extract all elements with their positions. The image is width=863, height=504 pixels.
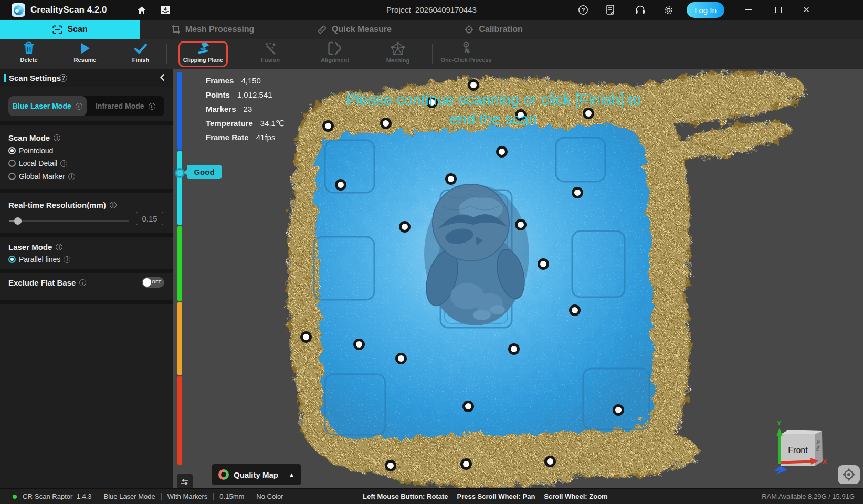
alignment-button[interactable]: Alignment bbox=[308, 41, 362, 63]
tab-scan[interactable]: Scan bbox=[0, 20, 140, 39]
section-divider bbox=[0, 300, 173, 304]
mouse-hints: Left Mouse Button: Rotate Press Scroll W… bbox=[363, 492, 608, 500]
slider-handle[interactable] bbox=[14, 217, 22, 225]
exclude-flat-base-toggle[interactable]: OFF bbox=[142, 277, 164, 288]
quality-bar-segment bbox=[177, 302, 182, 375]
support-headset-icon[interactable] bbox=[634, 4, 646, 16]
radio-parallel-lines[interactable]: Parallel lines i bbox=[8, 255, 70, 264]
resolution-value-field[interactable]: 0.15 bbox=[136, 212, 163, 225]
scan-marker bbox=[510, 345, 519, 354]
radio-icon bbox=[8, 160, 16, 167]
one-click-process-button[interactable]: One-Click Process bbox=[439, 41, 493, 63]
laser-mode-label: Laser Modei bbox=[8, 243, 62, 251]
pointcloud-label: Pointcloud bbox=[19, 146, 53, 155]
stat-framerate: Frame Rate41fps bbox=[206, 130, 285, 144]
info-icon[interactable]: i bbox=[76, 103, 82, 110]
delete-button[interactable]: Delete bbox=[2, 41, 56, 63]
project-title: Project_20260409170443 bbox=[0, 5, 863, 14]
panel-collapse-icon[interactable] bbox=[160, 74, 165, 83]
scan-marker bbox=[462, 460, 471, 469]
info-icon[interactable]: i bbox=[68, 173, 75, 180]
tab-mesh-processing[interactable]: Mesh Processing bbox=[157, 20, 268, 39]
scan-marker bbox=[324, 122, 333, 131]
toolbar-separator bbox=[166, 44, 167, 64]
window-minimize-button[interactable] bbox=[745, 9, 752, 10]
toggle-knob bbox=[143, 278, 151, 287]
gizmo-front-label: Front bbox=[788, 446, 808, 455]
window-close-button[interactable]: × bbox=[803, 3, 809, 16]
scan-mode-label: Scan Modei bbox=[8, 133, 60, 142]
tab-calibration[interactable]: Calibration bbox=[451, 20, 535, 39]
scan-stats: Frames4,150 Points1,012,541 Markers23 Te… bbox=[206, 74, 285, 144]
info-icon[interactable]: i bbox=[54, 134, 60, 141]
gizmo-right-label: Right bbox=[815, 440, 821, 452]
alignment-icon bbox=[328, 41, 342, 55]
quality-bar-segment bbox=[177, 376, 182, 465]
stat-frames: Frames4,150 bbox=[206, 74, 285, 88]
section-divider bbox=[0, 189, 173, 193]
help-icon[interactable]: ? bbox=[577, 4, 590, 16]
hint-zoom: Scroll Wheel: Zoom bbox=[544, 492, 607, 500]
radio-icon bbox=[8, 173, 16, 180]
orientation-gizmo[interactable]: Front Right Y X bbox=[774, 419, 827, 475]
tab-quick-measure[interactable]: Quick Measure bbox=[310, 20, 399, 39]
login-button[interactable]: Log In bbox=[687, 2, 724, 18]
toggle-state-label: OFF bbox=[152, 279, 161, 285]
radio-local-detail[interactable]: Local Detail i bbox=[8, 159, 67, 167]
svg-text:?: ? bbox=[582, 7, 585, 13]
scan-marker bbox=[428, 98, 437, 107]
swap-view-button[interactable] bbox=[177, 474, 193, 488]
finish-button[interactable]: Finish bbox=[113, 41, 168, 63]
3d-viewport[interactable]: Front Right Y X Frames4,150 Points1,012,… bbox=[173, 69, 863, 488]
trash-icon bbox=[23, 41, 35, 55]
quality-map-label: Quality Map bbox=[234, 470, 284, 479]
check-icon bbox=[133, 41, 148, 55]
quality-map-icon bbox=[218, 469, 229, 480]
parallel-lines-label: Parallel lines bbox=[19, 255, 60, 264]
view-navigation-button[interactable] bbox=[838, 465, 860, 484]
info-icon[interactable]: i bbox=[110, 202, 117, 208]
info-icon[interactable]: i bbox=[149, 103, 155, 110]
status-color: No Color bbox=[256, 492, 283, 500]
one-click-icon bbox=[460, 41, 472, 55]
info-icon[interactable]: i bbox=[79, 279, 86, 286]
info-icon[interactable]: i bbox=[56, 244, 62, 250]
scan-marker bbox=[571, 306, 580, 315]
blue-laser-mode-label: Blue Laser Mode bbox=[13, 102, 71, 110]
module-tabbar: Scan Mesh Processing Quick Measure Calib… bbox=[0, 20, 863, 39]
resolution-slider[interactable] bbox=[9, 220, 129, 222]
resume-button[interactable]: Resume bbox=[58, 41, 112, 63]
device-name: CR-Scan Raptor_1.4.3 bbox=[23, 492, 92, 500]
radio-global-marker[interactable]: Global Marker i bbox=[8, 172, 75, 181]
survey-icon[interactable] bbox=[604, 4, 617, 16]
status-resolution: 0.15mm bbox=[219, 492, 244, 500]
radio-pointcloud[interactable]: Pointcloud bbox=[8, 146, 53, 155]
quality-map-dropdown[interactable]: Quality Map ▲ bbox=[212, 464, 301, 485]
ruler-icon bbox=[317, 25, 327, 35]
section-divider bbox=[0, 121, 173, 125]
header-accent-bar bbox=[4, 74, 6, 82]
clipping-plane-icon bbox=[196, 41, 211, 55]
titlebar: CrealityScan 4.2.0 Project_2026040917044… bbox=[0, 0, 863, 20]
device-connected-dot bbox=[13, 495, 17, 499]
info-icon[interactable]: i bbox=[64, 256, 70, 263]
fusion-button[interactable]: Fusion bbox=[243, 41, 298, 63]
statusbar-left: CR-Scan Raptor_1.4.3 Blue Laser Mode Wit… bbox=[13, 492, 283, 500]
clipping-plane-button[interactable]: Clipping Plane bbox=[176, 41, 230, 63]
info-icon[interactable]: i bbox=[60, 160, 67, 167]
scan-marker bbox=[573, 188, 582, 197]
swap-arrows-icon bbox=[181, 479, 189, 485]
stat-points: Points1,012,541 bbox=[206, 88, 285, 102]
mesh-processing-icon bbox=[171, 25, 181, 34]
infrared-mode-button[interactable]: Infrared Mode i bbox=[87, 96, 165, 116]
scan-marker bbox=[517, 111, 525, 120]
window-maximize-button[interactable] bbox=[775, 7, 782, 13]
quality-bar-segment bbox=[177, 151, 182, 225]
x-axis-label: X bbox=[823, 458, 827, 466]
scan-settings-help-icon[interactable]: ? bbox=[59, 74, 67, 82]
meshing-button[interactable]: Meshing bbox=[371, 41, 425, 64]
fusion-label: Fusion bbox=[261, 57, 280, 63]
laser-mode-toggle: Blue Laser Mode i Infrared Mode i bbox=[8, 96, 164, 116]
blue-laser-mode-button[interactable]: Blue Laser Mode i bbox=[8, 96, 87, 116]
settings-gear-icon[interactable] bbox=[662, 4, 675, 16]
